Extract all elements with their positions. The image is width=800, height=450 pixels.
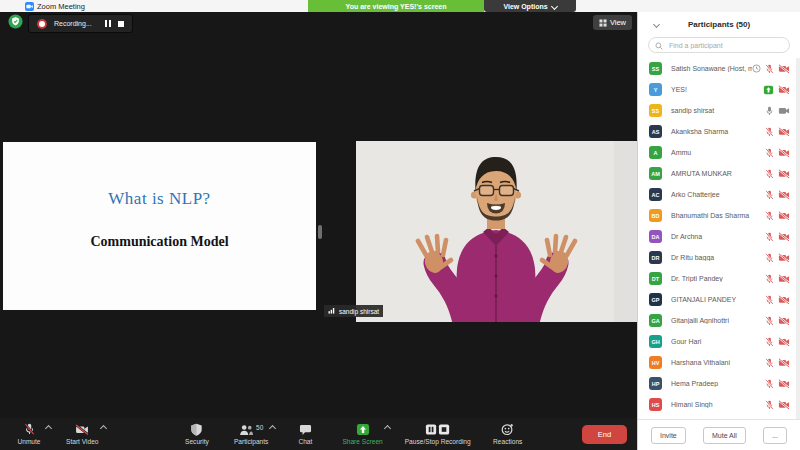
recording-label: Recording... bbox=[54, 20, 92, 27]
participant-row[interactable]: DRDr Ritu bagga bbox=[638, 247, 795, 268]
participant-status-icons bbox=[765, 316, 790, 326]
collapse-panel-icon[interactable] bbox=[653, 21, 660, 28]
cam-red-icon[interactable] bbox=[778, 316, 790, 326]
mic-red-icon[interactable] bbox=[765, 169, 774, 179]
toolbar-start-video-button[interactable]: Start Video bbox=[62, 423, 103, 445]
participant-name: YES! bbox=[671, 86, 763, 93]
participant-row[interactable]: ACArko Chatterjee bbox=[638, 184, 795, 205]
mic-red-icon[interactable] bbox=[765, 148, 774, 158]
more-options-button[interactable]: ... bbox=[763, 427, 787, 444]
toolbar-share-screen-button[interactable]: Share Screen bbox=[338, 423, 386, 445]
record-dot-icon bbox=[37, 19, 47, 29]
mic-off-icon bbox=[24, 423, 35, 436]
invite-button[interactable]: Invite bbox=[651, 427, 686, 444]
cam-red-icon[interactable] bbox=[778, 148, 790, 158]
cam-red-icon[interactable] bbox=[778, 274, 790, 284]
window-titlebar: Zoom Meeting You are viewing YES!'s scre… bbox=[0, 0, 800, 12]
toolbar-button-label: Share Screen bbox=[342, 438, 382, 445]
pause-recording-icon[interactable] bbox=[105, 20, 111, 27]
search-input[interactable] bbox=[667, 41, 783, 50]
participants-scrollbar[interactable] bbox=[796, 58, 800, 419]
toolbar-chat-button[interactable]: Chat bbox=[286, 423, 324, 445]
cam-red-icon[interactable] bbox=[778, 85, 790, 95]
stop-recording-icon[interactable] bbox=[118, 21, 124, 27]
mic-red-icon[interactable] bbox=[765, 400, 774, 410]
mic-red-icon[interactable] bbox=[765, 337, 774, 347]
mic-red-icon[interactable] bbox=[765, 358, 774, 368]
mic-red-icon[interactable] bbox=[765, 295, 774, 305]
cam-gray-icon[interactable] bbox=[778, 106, 790, 116]
toolbar-pause-stop-recording-button[interactable]: Pause/Stop Recording bbox=[401, 423, 475, 445]
toolbar-unmute-button[interactable]: Unmute bbox=[10, 423, 48, 445]
mic-red-icon[interactable] bbox=[765, 64, 774, 74]
video-off-icon bbox=[75, 424, 89, 436]
view-options-button[interactable]: View Options bbox=[484, 0, 576, 12]
mic-red-icon[interactable] bbox=[765, 232, 774, 242]
cam-red-icon[interactable] bbox=[778, 358, 790, 368]
cam-red-icon[interactable] bbox=[778, 232, 790, 242]
participant-row[interactable]: AMAMRUTA MUNKAR bbox=[638, 163, 795, 184]
participant-row[interactable]: SSsandip shirsat bbox=[638, 100, 795, 121]
recording-indicator: Recording... bbox=[28, 14, 133, 33]
toolbar-security-button[interactable]: Security bbox=[178, 423, 216, 445]
cam-red-icon[interactable] bbox=[778, 379, 790, 389]
mic-red-icon[interactable] bbox=[765, 316, 774, 326]
mic-gray-icon[interactable] bbox=[765, 106, 774, 116]
participant-row[interactable]: GPGITANJALI PANDEY bbox=[638, 289, 795, 310]
participant-name: Ammu bbox=[671, 149, 765, 156]
participant-avatar: HV bbox=[649, 356, 662, 369]
toolbar-participants-button[interactable]: 50Participants bbox=[230, 423, 272, 445]
search-icon bbox=[655, 36, 663, 54]
cam-red-icon[interactable] bbox=[778, 190, 790, 200]
mic-red-icon[interactable] bbox=[765, 253, 774, 263]
mic-red-icon[interactable] bbox=[765, 127, 774, 137]
participant-name: Dr Archna bbox=[671, 233, 765, 240]
cam-red-icon[interactable] bbox=[778, 337, 790, 347]
participant-row[interactable]: GAGitanjalli Agnihottri bbox=[638, 310, 795, 331]
cam-red-icon[interactable] bbox=[778, 253, 790, 263]
participant-avatar: DR bbox=[649, 251, 662, 264]
cam-red-icon[interactable] bbox=[778, 295, 790, 305]
cam-red-icon[interactable] bbox=[778, 127, 790, 137]
chevron-up-icon[interactable] bbox=[99, 425, 106, 432]
participant-row[interactable]: DADr Archna bbox=[638, 226, 795, 247]
mic-red-icon[interactable] bbox=[765, 379, 774, 389]
speaker-video bbox=[356, 141, 637, 322]
cam-red-icon[interactable] bbox=[778, 400, 790, 410]
toolbar-button-label: Participants bbox=[234, 438, 268, 445]
window-title: Zoom Meeting bbox=[37, 2, 85, 11]
cam-red-icon[interactable] bbox=[778, 211, 790, 221]
toolbar-button-label: Unmute bbox=[17, 438, 40, 445]
share-green-icon[interactable] bbox=[763, 85, 774, 95]
slide-scrollbar[interactable] bbox=[318, 225, 322, 239]
participant-row[interactable]: HPHema Pradeep bbox=[638, 373, 795, 394]
cam-red-icon[interactable] bbox=[778, 169, 790, 179]
participant-status-icons bbox=[765, 337, 790, 347]
toolbar-button-label: Chat bbox=[298, 438, 312, 445]
participant-row[interactable]: HSHimani Singh bbox=[638, 394, 795, 415]
participant-row[interactable]: YYES! bbox=[638, 79, 795, 100]
zoom-app-window: Zoom Meeting You are viewing YES!'s scre… bbox=[0, 0, 800, 450]
mic-red-icon[interactable] bbox=[765, 211, 774, 221]
meeting-info-shield-icon[interactable] bbox=[8, 14, 23, 29]
view-button[interactable]: View bbox=[593, 15, 632, 30]
participant-row[interactable]: GHGour Hari bbox=[638, 331, 795, 352]
end-meeting-button[interactable]: End bbox=[582, 425, 627, 444]
participants-footer: Invite Mute All ... bbox=[638, 419, 800, 450]
toolbar-reactions-button[interactable]: Reactions bbox=[489, 423, 527, 445]
chevron-up-icon[interactable] bbox=[45, 425, 52, 432]
participant-row[interactable]: ASAkanksha Sharma bbox=[638, 121, 795, 142]
mic-red-icon[interactable] bbox=[765, 190, 774, 200]
mic-red-icon[interactable] bbox=[765, 274, 774, 284]
chevron-up-icon[interactable] bbox=[384, 425, 391, 432]
slide-subtitle: Communication Model bbox=[3, 234, 316, 250]
participant-row[interactable]: DTDr. Tripti Pandey bbox=[638, 268, 795, 289]
participant-row[interactable]: AAmmu bbox=[638, 142, 795, 163]
participant-avatar: AS bbox=[649, 125, 662, 138]
participant-row[interactable]: SSSatish Sonawane (Host, me) bbox=[638, 58, 795, 79]
chevron-up-icon[interactable] bbox=[269, 425, 276, 432]
participant-row[interactable]: HVHarshana Vithalani bbox=[638, 352, 795, 373]
participant-row[interactable]: BDBhanumathi Das Sharma bbox=[638, 205, 795, 226]
cam-red-icon[interactable] bbox=[778, 64, 790, 74]
mute-all-button[interactable]: Mute All bbox=[703, 427, 746, 444]
